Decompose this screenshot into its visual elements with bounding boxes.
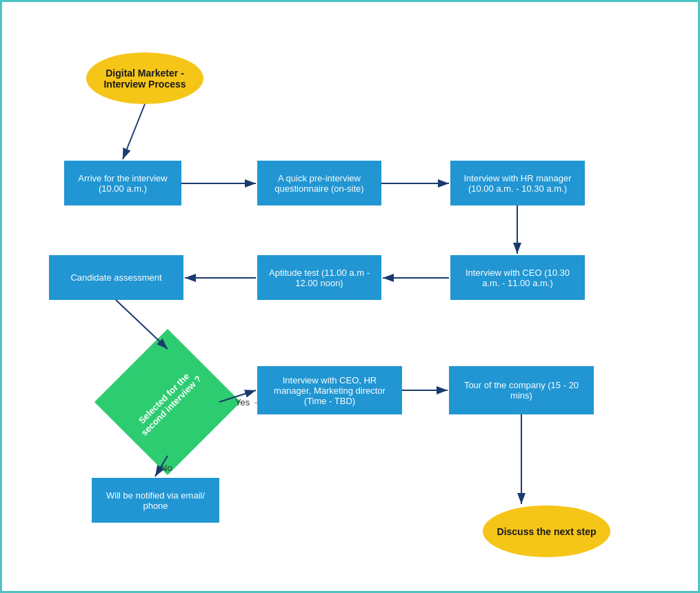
hr-interview-node: Interview with HR manager (10.00 a.m. - … xyxy=(450,161,585,205)
next-step-node: Discuss the next step xyxy=(483,505,610,557)
aptitude-node: Aptitude test (11.00 a.m - 12.00 noon) xyxy=(257,255,381,300)
questionnaire-node: A quick pre-interview questionnaire (on-… xyxy=(257,161,381,205)
candidate-assessment-node: Candidate assessment xyxy=(49,255,183,300)
svg-line-1 xyxy=(123,104,145,159)
ceo-interview-node: Interview with CEO (10.30 a.m. - 11.00 a… xyxy=(450,255,585,300)
flowchart-canvas: Digital Marketer - Interview Process Arr… xyxy=(0,0,700,593)
decision-diamond: Selected for the second interview ? xyxy=(116,350,219,454)
start-node: Digital Marketer - Interview Process xyxy=(86,52,203,104)
no-label: No xyxy=(161,463,172,473)
tour-node: Tour of the company (15 - 20 mins) xyxy=(449,366,594,414)
arrive-node: Arrive for the interview (10.00 a.m.) xyxy=(64,161,181,205)
second-interview-node: Interview with CEO, HR manager, Marketin… xyxy=(257,366,402,414)
notify-node: Will be notified via email/ phone xyxy=(92,478,219,523)
